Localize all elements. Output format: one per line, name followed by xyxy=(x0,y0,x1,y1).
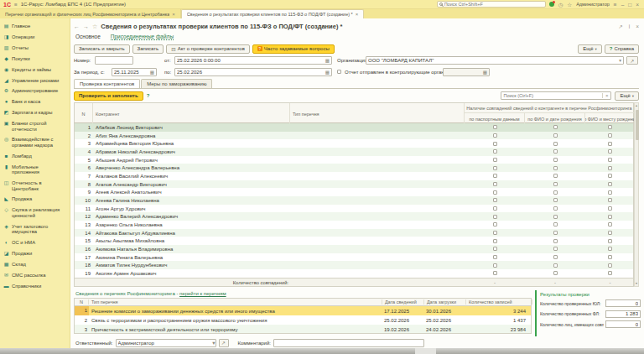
fio-birthdate-match-checkbox[interactable] xyxy=(553,149,558,154)
faq-button[interactable]: ? Часто задаваемые вопросы xyxy=(252,44,335,54)
scrollbar-thumb[interactable] xyxy=(636,110,639,140)
fio-birthplace-match-checkbox[interactable] xyxy=(608,271,612,275)
tab-freeze-measures[interactable]: Меры по замораживанию xyxy=(141,79,212,88)
fio-birthdate-match-checkbox[interactable] xyxy=(553,166,558,170)
fio-birthdate-match-checkbox[interactable] xyxy=(553,206,558,211)
sidebar-item[interactable]: ◪ Продажи xyxy=(0,248,70,259)
contractor-row[interactable]: 8 Агапов Александр Викторович xyxy=(75,180,633,189)
passport-match-checkbox[interactable] xyxy=(493,158,497,162)
fio-birthplace-match-checkbox[interactable] xyxy=(608,149,612,154)
sidebar-item[interactable]: ▥ Отчеты xyxy=(0,43,70,54)
open-organization-button[interactable]: ↗ xyxy=(626,56,638,65)
sidebar-item[interactable]: ▬ Справочники xyxy=(0,280,70,291)
passport-match-checkbox[interactable] xyxy=(493,166,497,170)
sidebar-item[interactable]: ⚙ Администрирование xyxy=(0,86,70,96)
chevron-down-icon[interactable]: ▾ xyxy=(618,58,622,63)
list-row[interactable]: 3 Причастность к экстремистской деятельн… xyxy=(75,325,531,334)
report-sent-date-field[interactable]: ▦ xyxy=(443,68,490,76)
column-header-type[interactable]: Тип перечня xyxy=(290,103,465,124)
list-row[interactable]: 1 Решение комиссии о замораживании денеж… xyxy=(75,306,531,315)
fio-birthdate-match-checkbox[interactable] xyxy=(553,239,558,243)
contractor-row[interactable]: 12 Адаменко Валерий Александрович xyxy=(75,212,633,221)
favorite-star-icon[interactable]: ☆ xyxy=(92,23,97,30)
number-input[interactable] xyxy=(96,58,132,63)
passport-match-checkbox[interactable] xyxy=(493,247,497,251)
checked-legal-value[interactable] xyxy=(605,299,641,307)
column-header-num[interactable]: N xyxy=(75,299,89,305)
os-taskbar[interactable] xyxy=(0,348,644,354)
calendar-icon[interactable]: ▦ xyxy=(325,58,330,63)
more-button[interactable]: Ещё ▾ xyxy=(578,44,602,54)
passport-match-checkbox[interactable] xyxy=(493,222,497,226)
tab-contractor-check[interactable]: Проверка контрагентов xyxy=(74,79,140,88)
close-window-button[interactable]: × xyxy=(636,2,639,8)
fio-birthdate-match-checkbox[interactable] xyxy=(553,142,558,146)
column-header-record-count[interactable]: Количество записей xyxy=(466,299,532,305)
passport-match-checkbox[interactable] xyxy=(493,271,497,275)
close-tab-icon[interactable]: × xyxy=(356,12,359,17)
minimize-button[interactable]: – xyxy=(621,2,625,8)
help-button[interactable]: ? Справка xyxy=(605,44,639,54)
passport-match-checkbox[interactable] xyxy=(493,206,497,211)
clear-search-icon[interactable]: × xyxy=(602,93,611,98)
nav-tab-main[interactable]: Основное xyxy=(75,34,101,40)
contractor-row[interactable]: 6 Аверченко Александра Валерьевна xyxy=(75,164,633,172)
passport-match-checkbox[interactable] xyxy=(493,215,497,219)
close-tab-icon[interactable]: × xyxy=(172,12,175,17)
report-sent-date-input[interactable] xyxy=(444,70,482,75)
fio-birthplace-match-checkbox[interactable] xyxy=(608,206,612,211)
global-search-box[interactable] xyxy=(437,1,546,8)
fio-birthdate-match-checkbox[interactable] xyxy=(553,125,558,129)
sidebar-item[interactable]: ◆ Покупки xyxy=(0,54,70,65)
open-responsible-button[interactable]: ↗ xyxy=(219,339,229,347)
table-scrollbar[interactable]: ▲ ▼ xyxy=(634,102,639,287)
passport-match-checkbox[interactable] xyxy=(493,231,497,235)
update-notification-icon[interactable] xyxy=(549,2,554,7)
fio-birthplace-match-checkbox[interactable] xyxy=(608,190,612,195)
passport-match-checkbox[interactable] xyxy=(493,198,497,202)
column-header-load-date[interactable]: Дата загрузки xyxy=(424,299,466,305)
check-and-fill-button[interactable]: Проверить и заполнить xyxy=(74,91,143,101)
sidebar-item[interactable]: ◎ Взаимодействие с органами надзора xyxy=(0,134,70,150)
comment-field[interactable] xyxy=(273,339,424,347)
fio-birthdate-match-checkbox[interactable] xyxy=(553,255,558,259)
fio-birthdate-match-checkbox[interactable] xyxy=(553,198,558,202)
fio-birthplace-match-checkbox[interactable] xyxy=(608,142,612,146)
sidebar-item[interactable]: ◉ Кредиты и займы xyxy=(0,65,70,75)
save-close-button[interactable]: Записать и закрыть xyxy=(74,44,130,54)
passport-match-checkbox[interactable] xyxy=(493,263,497,268)
table-search-input[interactable] xyxy=(501,93,601,98)
chevron-down-icon[interactable]: ▾ xyxy=(212,340,215,346)
responsible-input[interactable] xyxy=(117,341,213,346)
passport-match-checkbox[interactable] xyxy=(493,142,497,146)
go-to-lists-link[interactable]: перейти к перечням xyxy=(179,291,226,296)
info-icon[interactable]: i xyxy=(629,23,630,30)
passport-match-checkbox[interactable] xyxy=(493,190,497,195)
sidebar-item[interactable]: ● Банк и касса xyxy=(0,96,70,107)
contractor-row[interactable]: 7 Агаланов Василий Алексеевич xyxy=(75,172,633,180)
period-to-field[interactable]: ▦ xyxy=(174,68,332,76)
sidebar-item[interactable]: ◨ Операции xyxy=(0,32,70,43)
fio-birthplace-match-checkbox[interactable] xyxy=(608,222,612,226)
sidebar-item[interactable]: ◐ ОС и НМА xyxy=(0,237,70,248)
fio-birthdate-match-checkbox[interactable] xyxy=(553,182,558,186)
passport-match-checkbox[interactable] xyxy=(493,125,497,129)
fio-birthdate-match-checkbox[interactable] xyxy=(553,190,558,195)
act-print-button[interactable]: ⊟ Акт о проверке контрагентов xyxy=(166,44,250,54)
close-form-icon[interactable]: × xyxy=(636,23,639,30)
sidebar-item[interactable]: ✉ СМС рассылка xyxy=(0,270,70,281)
sidebar-item[interactable]: ▮ Мобильные приложения xyxy=(0,162,70,178)
passport-match-checkbox[interactable] xyxy=(493,239,497,243)
date-from-field[interactable]: ▦ xyxy=(174,56,332,65)
column-header-num[interactable]: N xyxy=(75,103,93,124)
fio-birthplace-match-checkbox[interactable] xyxy=(608,125,612,129)
comment-input[interactable] xyxy=(274,341,423,346)
contractor-row[interactable]: 9 Агеев Алексей Анатольевич xyxy=(75,188,633,196)
checked-individuals-value[interactable] xyxy=(605,310,641,318)
fio-birthdate-match-checkbox[interactable] xyxy=(553,271,558,275)
contractor-row[interactable]: 11 Агоян Артур Хдрович xyxy=(75,205,633,213)
global-search-input[interactable] xyxy=(444,2,543,7)
contractor-row[interactable]: 13 Азаренко Ольга Николаевна xyxy=(75,221,633,229)
column-header-info-date[interactable]: Дата сведений xyxy=(382,299,424,305)
scroll-up-icon[interactable]: ▲ xyxy=(635,104,638,107)
